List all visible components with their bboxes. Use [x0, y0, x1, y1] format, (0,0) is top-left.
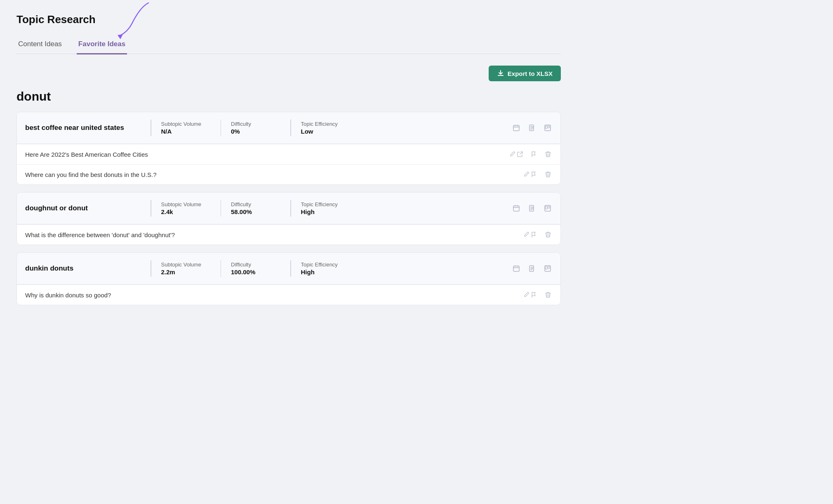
- delete-icon-button[interactable]: [544, 150, 552, 158]
- topic-card: best coffee near united states Subtopic …: [16, 112, 561, 185]
- flag-icon-button[interactable]: [530, 291, 538, 299]
- document-icon-button[interactable]: [527, 204, 537, 213]
- subtopic-volume-label: Subtopic Volume: [161, 201, 211, 207]
- divider: [151, 120, 151, 136]
- divider: [290, 120, 291, 136]
- topic-card: doughnut or donut Subtopic Volume 2.4k D…: [16, 192, 561, 245]
- tab-favorite-ideas[interactable]: Favorite Ideas: [77, 37, 127, 54]
- difficulty-label: Difficulty: [231, 121, 280, 127]
- search-term: donut: [16, 89, 561, 104]
- header-icons: [512, 123, 552, 132]
- svg-rect-5: [546, 126, 547, 129]
- header-icons: [512, 264, 552, 273]
- svg-rect-7: [513, 206, 519, 211]
- topic-row: Where can you find the best donuts in th…: [17, 164, 560, 184]
- divider: [151, 260, 151, 277]
- divider: [290, 200, 291, 217]
- svg-rect-1: [498, 75, 504, 76]
- edit-icon[interactable]: [509, 151, 516, 158]
- difficulty-value: 58.00%: [231, 208, 280, 215]
- content-section: best coffee near united states Subtopic …: [16, 112, 561, 305]
- svg-rect-6: [548, 126, 550, 128]
- divider: [221, 260, 221, 277]
- export-label: Export to XLSX: [508, 70, 553, 77]
- topic-row: Why is dunkin donuts so good?: [17, 285, 560, 305]
- row-text: Where can you find the best donuts in th…: [25, 171, 520, 178]
- tabs-row: Content Ideas Favorite Ideas: [16, 36, 561, 54]
- external-link-icon-button[interactable]: [516, 150, 524, 158]
- flag-icon-button[interactable]: [530, 170, 538, 179]
- subtopic-volume-stat: Subtopic Volume 2.4k: [161, 201, 211, 215]
- efficiency-label: Topic Efficiency: [301, 261, 351, 268]
- trello-icon-button[interactable]: [543, 264, 552, 273]
- subtopic-volume-stat: Subtopic Volume N/A: [161, 121, 211, 135]
- row-icons: [516, 150, 552, 158]
- document-icon-button[interactable]: [527, 123, 537, 132]
- svg-rect-10: [546, 206, 547, 209]
- document-icon-button[interactable]: [527, 264, 537, 273]
- subtopic-volume-label: Subtopic Volume: [161, 261, 211, 268]
- efficiency-label: Topic Efficiency: [301, 201, 351, 207]
- difficulty-label: Difficulty: [231, 201, 280, 207]
- flag-icon-button[interactable]: [530, 150, 538, 158]
- efficiency-value: High: [301, 208, 351, 215]
- subtopic-volume-value: 2.2m: [161, 268, 211, 276]
- svg-rect-15: [546, 266, 547, 269]
- svg-rect-11: [548, 206, 550, 208]
- difficulty-value: 100.00%: [231, 268, 280, 276]
- difficulty-stat: Difficulty 58.00%: [231, 201, 280, 215]
- row-text: Why is dunkin donuts so good?: [25, 292, 520, 299]
- export-icon: [497, 70, 504, 77]
- tab-content-ideas[interactable]: Content Ideas: [16, 37, 64, 54]
- flag-icon-button[interactable]: [530, 231, 538, 239]
- subtopic-volume-stat: Subtopic Volume 2.2m: [161, 261, 211, 276]
- export-button[interactable]: Export to XLSX: [489, 66, 561, 81]
- difficulty-stat: Difficulty 0%: [231, 121, 280, 135]
- difficulty-value: 0%: [231, 128, 280, 135]
- topic-row: Here Are 2022's Best American Coffee Cit…: [17, 144, 560, 164]
- efficiency-stat: Topic Efficiency High: [301, 201, 351, 215]
- efficiency-value: Low: [301, 128, 351, 135]
- divider: [290, 260, 291, 277]
- divider: [221, 200, 221, 217]
- row-text: Here Are 2022's Best American Coffee Cit…: [25, 151, 506, 158]
- row-icons: [530, 291, 552, 299]
- tabs-wrapper: Content Ideas Favorite Ideas: [16, 36, 561, 54]
- row-icons: [530, 231, 552, 239]
- calendar-icon-button[interactable]: [512, 123, 521, 132]
- svg-rect-12: [513, 266, 519, 271]
- edit-icon[interactable]: [523, 231, 530, 239]
- delete-icon-button[interactable]: [544, 231, 552, 239]
- divider: [151, 200, 151, 217]
- calendar-icon-button[interactable]: [512, 264, 521, 273]
- subtopic-volume-value: N/A: [161, 128, 211, 135]
- topic-card: dunkin donuts Subtopic Volume 2.2m Diffi…: [16, 252, 561, 305]
- trello-icon-button[interactable]: [543, 123, 552, 132]
- calendar-icon-button[interactable]: [512, 204, 521, 213]
- divider: [221, 120, 221, 136]
- difficulty-label: Difficulty: [231, 261, 280, 268]
- edit-icon[interactable]: [523, 171, 530, 179]
- page-title: Topic Research: [16, 13, 561, 26]
- efficiency-stat: Topic Efficiency High: [301, 261, 351, 276]
- trello-icon-button[interactable]: [543, 204, 552, 213]
- difficulty-stat: Difficulty 100.00%: [231, 261, 280, 276]
- subtopic-volume-label: Subtopic Volume: [161, 121, 211, 127]
- topic-card-header: best coffee near united states Subtopic …: [17, 112, 560, 144]
- toolbar-row: Export to XLSX: [16, 66, 561, 81]
- svg-rect-16: [548, 266, 550, 268]
- efficiency-value: High: [301, 268, 351, 276]
- topic-card-header: dunkin donuts Subtopic Volume 2.2m Diffi…: [17, 253, 560, 285]
- header-icons: [512, 204, 552, 213]
- subtopic-volume-value: 2.4k: [161, 208, 211, 215]
- svg-rect-2: [513, 125, 519, 131]
- topic-row: What is the difference between 'donut' a…: [17, 224, 560, 245]
- row-icons: [530, 170, 552, 179]
- delete-icon-button[interactable]: [544, 170, 552, 179]
- delete-icon-button[interactable]: [544, 291, 552, 299]
- edit-icon[interactable]: [523, 291, 530, 299]
- topic-name: doughnut or donut: [25, 204, 141, 212]
- topic-card-header: doughnut or donut Subtopic Volume 2.4k D…: [17, 193, 560, 224]
- efficiency-label: Topic Efficiency: [301, 121, 351, 127]
- row-text: What is the difference between 'donut' a…: [25, 231, 520, 238]
